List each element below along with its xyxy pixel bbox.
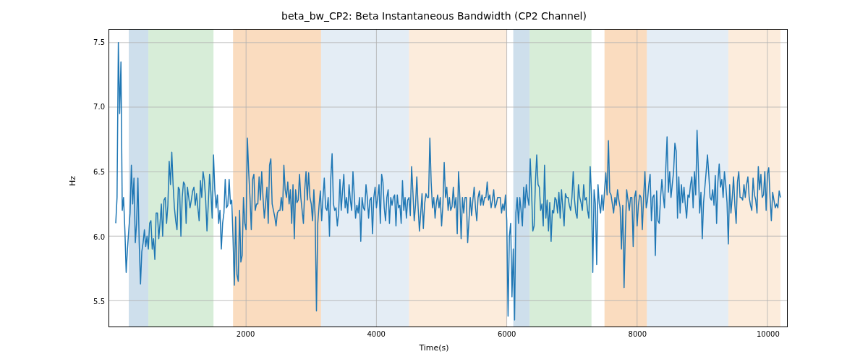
x-tick-label: 4000 xyxy=(367,330,385,338)
x-tick-label: 8000 xyxy=(629,330,647,338)
y-tick-label: 6.5 xyxy=(93,168,105,176)
y-axis-label: Hz xyxy=(68,176,77,186)
chart-figure: beta_bw_CP2: Beta Instantaneous Bandwidt… xyxy=(0,0,868,362)
y-tick-label: 6.0 xyxy=(93,232,105,240)
chart-title: beta_bw_CP2: Beta Instantaneous Bandwidt… xyxy=(0,10,868,22)
highlight-region xyxy=(514,30,530,327)
x-axis-label: Time(s) xyxy=(0,343,868,353)
x-tick-label: 6000 xyxy=(498,330,516,338)
highlight-region xyxy=(728,30,780,327)
x-tick-label: 10000 xyxy=(757,330,780,338)
y-tick-label: 7.0 xyxy=(93,103,105,111)
highlight-region xyxy=(605,30,647,327)
plot-svg xyxy=(109,30,787,327)
highlight-region xyxy=(647,30,728,327)
plot-area xyxy=(109,29,788,327)
highlight-region xyxy=(529,30,592,327)
highlight-region xyxy=(321,30,409,327)
x-tick-label: 2000 xyxy=(237,330,255,338)
y-tick-label: 7.5 xyxy=(93,38,105,46)
y-tick-label: 5.5 xyxy=(93,298,105,306)
